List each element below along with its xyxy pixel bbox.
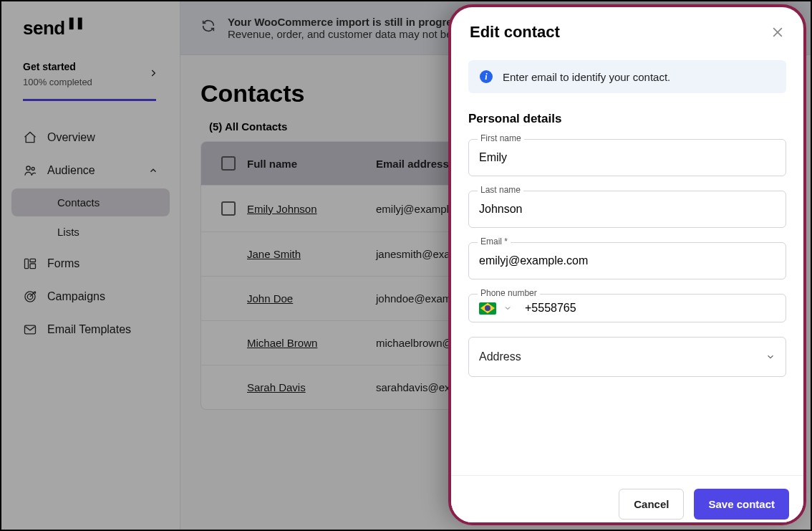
info-text: Enter email to identify your contact. bbox=[503, 71, 670, 83]
first-name-field-wrapper: First name bbox=[468, 139, 786, 176]
flag-brazil-icon[interactable] bbox=[479, 302, 496, 315]
section-personal-details: Personal details bbox=[468, 112, 786, 126]
last-name-input[interactable] bbox=[469, 191, 786, 227]
cancel-button[interactable]: Cancel bbox=[619, 489, 684, 520]
email-field-wrapper: Email * bbox=[468, 242, 786, 279]
last-name-label: Last name bbox=[478, 185, 523, 195]
email-input[interactable] bbox=[469, 243, 786, 279]
address-select[interactable]: Address bbox=[468, 337, 786, 377]
save-contact-button[interactable]: Save contact bbox=[694, 489, 789, 520]
drawer-title: Edit contact bbox=[470, 23, 560, 42]
phone-label: Phone number bbox=[478, 288, 540, 298]
email-label: Email * bbox=[478, 236, 511, 247]
drawer-footer: Cancel Save contact bbox=[451, 475, 803, 522]
first-name-input[interactable] bbox=[469, 140, 786, 176]
address-select-label: Address bbox=[479, 350, 521, 363]
close-icon[interactable] bbox=[770, 25, 785, 39]
phone-field-wrapper: Phone number +5558765 bbox=[468, 294, 786, 322]
edit-contact-drawer: Edit contact i Enter email to identify y… bbox=[448, 4, 806, 525]
first-name-label: First name bbox=[478, 133, 524, 143]
info-icon: i bbox=[480, 70, 493, 83]
caret-down-icon bbox=[765, 352, 775, 362]
phone-value[interactable]: +5558765 bbox=[519, 302, 576, 315]
country-caret-icon[interactable] bbox=[503, 304, 512, 312]
info-banner: i Enter email to identify your contact. bbox=[468, 60, 786, 93]
last-name-field-wrapper: Last name bbox=[468, 191, 786, 228]
